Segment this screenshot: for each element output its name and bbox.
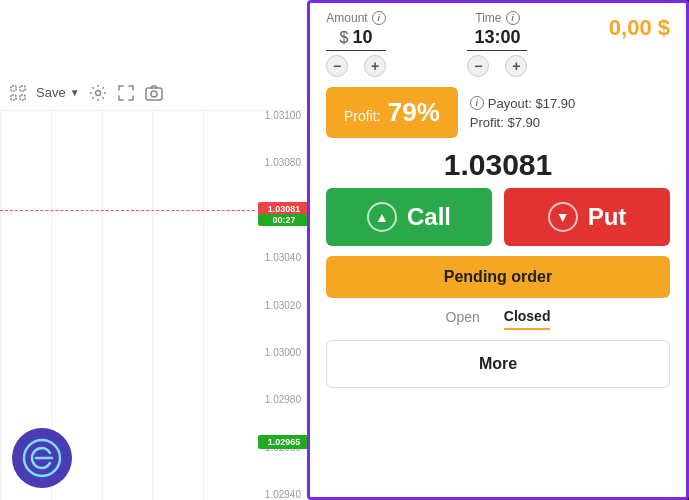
amount-value[interactable]: 10 (352, 27, 372, 48)
call-arrow-up-icon: ▲ (367, 202, 397, 232)
chevron-down-icon: ▼ (70, 87, 80, 98)
tab-closed[interactable]: Closed (504, 308, 551, 330)
payout-info-icon: i (470, 96, 484, 110)
price-label-1: 1.03100 (253, 111, 305, 121)
order-tabs: Open Closed (310, 308, 686, 330)
price-label-7: 1.02980 (253, 395, 305, 405)
svg-rect-2 (11, 95, 16, 100)
price-label-9: 1.02940 (253, 490, 305, 500)
time-info-icon[interactable]: i (506, 11, 520, 25)
put-button[interactable]: ▼ Put (504, 188, 670, 246)
svg-point-4 (95, 90, 100, 95)
app-logo (12, 428, 72, 488)
amount-prefix: $ (340, 29, 349, 47)
call-label: Call (407, 203, 451, 231)
price-label-5: 1.03020 (253, 301, 305, 311)
profit-section: Profit: 79% i Payout: $17.90 Profit: $7.… (326, 87, 670, 138)
panel-header: Amount i $ 10 − + Time i 13:00 − + (310, 3, 686, 77)
call-button[interactable]: ▲ Call (326, 188, 492, 246)
trading-panel: Amount i $ 10 − + Time i 13:00 − + (307, 0, 689, 500)
tab-open[interactable]: Open (446, 309, 480, 329)
payout-info: i Payout: $17.90 Profit: $7.90 (470, 96, 575, 130)
trade-buttons: ▲ Call ▼ Put (326, 188, 670, 246)
camera-icon[interactable] (144, 83, 164, 103)
profit-badge: Profit: 79% (326, 87, 458, 138)
chart-toolbar: Save ▼ (0, 75, 305, 111)
svg-rect-3 (20, 95, 25, 100)
amount-section: Amount i $ 10 − + (326, 11, 386, 77)
green-price-marker: 1.02965 (258, 435, 310, 449)
price-label-6: 1.03000 (253, 348, 305, 358)
time-label: Time i (475, 11, 519, 25)
price-label-4: 1.03040 (253, 253, 305, 263)
payout-label: Payout: $17.90 (488, 96, 575, 111)
amount-stepper: − + (326, 55, 386, 77)
save-button[interactable]: Save ▼ (36, 85, 80, 100)
current-price: 1.03081 (310, 148, 686, 182)
save-label: Save (36, 85, 66, 100)
svg-point-6 (151, 91, 157, 97)
svg-rect-1 (20, 86, 25, 91)
balance-display: 0,00 $ (609, 11, 670, 41)
time-plus-button[interactable]: + (505, 55, 527, 77)
amount-minus-button[interactable]: − (326, 55, 348, 77)
chart-area: Save ▼ 1. (0, 0, 310, 500)
profit-amount-label: Profit: $7.90 (470, 115, 575, 130)
time-minus-button[interactable]: − (467, 55, 489, 77)
svg-rect-5 (146, 88, 162, 100)
crop-icon (8, 83, 28, 103)
amount-label: Amount i (326, 11, 385, 25)
amount-info-icon[interactable]: i (372, 11, 386, 25)
time-section: Time i 13:00 − + (467, 11, 527, 77)
amount-plus-button[interactable]: + (364, 55, 386, 77)
profit-value: 79% (388, 97, 440, 127)
expand-icon[interactable] (116, 83, 136, 103)
time-value[interactable]: 13:00 (474, 27, 520, 48)
settings-icon[interactable] (88, 83, 108, 103)
price-label-2: 1.03080 (253, 158, 305, 168)
put-label: Put (588, 203, 627, 231)
dashed-price-line (0, 210, 255, 211)
timer-marker: 00:27 (258, 214, 310, 226)
payout-row: i Payout: $17.90 (470, 96, 575, 111)
profit-label: Profit: (344, 108, 381, 124)
put-arrow-down-icon: ▼ (548, 202, 578, 232)
more-button[interactable]: More (326, 340, 670, 388)
svg-rect-0 (11, 86, 16, 91)
pending-order-button[interactable]: Pending order (326, 256, 670, 298)
time-stepper: − + (467, 55, 527, 77)
